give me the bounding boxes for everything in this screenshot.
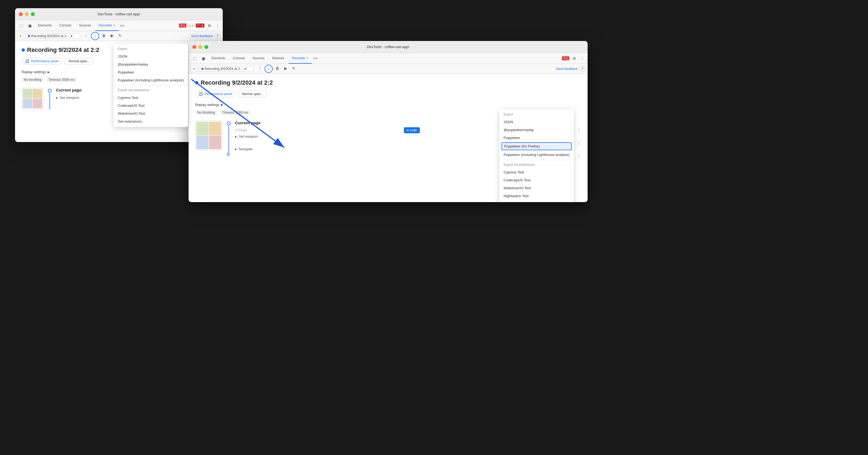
traffic-lights-1 — [19, 12, 35, 16]
action-btns-1: ↑ ↓ 🗑 ▶ ↻ — [83, 32, 124, 40]
export-header-2: Export — [499, 111, 574, 118]
export-dropdown-2: Export JSON @puppeteer/replay Puppeteer … — [499, 109, 574, 202]
export-puppeteer-lighthouse-1[interactable]: Puppeteer (including Lighthouse analysis… — [114, 76, 188, 84]
vertical-dots-1[interactable]: ⋮ — [577, 128, 581, 133]
export-puppeteer-replay-2[interactable]: @puppeteer/replay — [499, 126, 574, 134]
send-feedback-1[interactable]: Send feedback — [191, 34, 213, 38]
settings-icon-2[interactable]: ⚙ — [571, 55, 577, 62]
tab-elements-1[interactable]: Elements — [35, 20, 55, 31]
tab-recorder-1[interactable]: Recorder ✕ — [95, 20, 119, 31]
perf-panel-btn-2[interactable]: 🔄 Performance panel — [195, 91, 236, 97]
size-label-2: ×774 px — [235, 128, 247, 132]
timeout-tag-2: Timeout: 5000 ms — [220, 110, 251, 115]
close-button-1[interactable] — [19, 12, 23, 16]
step-timeline-1 — [48, 88, 52, 109]
vertical-dots-2[interactable]: ⋮ — [577, 141, 581, 146]
refresh-btn-1[interactable]: ↻ — [117, 32, 124, 39]
export-webdriverio-2[interactable]: WebdriverIO Test — [499, 184, 574, 192]
timeline-dot-2 — [227, 122, 231, 125]
timeline-dot-sm-2 — [227, 153, 229, 156]
tab-close-recorder-2[interactable]: ✕ — [306, 57, 309, 60]
export-puppeteer-1[interactable]: Puppeteer — [114, 68, 188, 76]
export-nightwatch-2[interactable]: Nightwatch Test — [499, 192, 574, 200]
thumb-cell-1 — [23, 89, 32, 98]
help-btn-2[interactable]: ? — [579, 66, 585, 72]
export-puppeteer-2[interactable]: Puppeteer — [499, 134, 574, 142]
titlebar-1: DevTools - coffee-cart.app/ — [15, 8, 223, 20]
inspect-icon[interactable]: ⬚ — [17, 22, 25, 30]
action-btns-2: ↑ ↓ 🗑 ▶ ↻ — [256, 65, 297, 73]
maximize-button-1[interactable] — [31, 12, 35, 16]
tabs-toolbar-1: ⬚ ▣ Elements Console Sources Recorder ✕ … — [15, 20, 223, 31]
tab-sources-1[interactable]: Sources — [76, 20, 94, 31]
sub-step-triangle-1: ▶ — [56, 96, 58, 99]
vertical-dots-3[interactable]: ⋮ — [577, 153, 581, 158]
view-code-btn-2[interactable]: w code — [404, 127, 420, 133]
window-title-2: DevTools - coffee-cart.app/ — [367, 45, 409, 49]
tabs-toolbar-2: ⬚ ▣ Elements Console Sources Network Rec… — [189, 53, 588, 64]
export-cypress-1[interactable]: Cypress Test — [114, 94, 188, 102]
export-testing-library-2[interactable]: Testing Library — [499, 200, 574, 202]
export-codeceptjs-2[interactable]: CodeceptJS Test — [499, 176, 574, 184]
sub-step-triangle-nav-2: ▶ — [235, 148, 237, 151]
thumb-cell-4 — [33, 99, 42, 108]
minimize-button-2[interactable] — [198, 45, 202, 49]
device-icon-2[interactable]: ▣ — [199, 55, 207, 62]
download-btn-2[interactable]: ↓ — [265, 65, 273, 73]
recording-dot-1 — [28, 35, 30, 37]
minimize-button-1[interactable] — [25, 12, 29, 16]
export-puppeteer-replay-1[interactable]: @puppeteer/replay — [114, 60, 188, 68]
export-get-extensions-1[interactable]: Get extensions... — [114, 118, 188, 125]
export-up-icon-1[interactable]: ↑ — [83, 32, 90, 39]
export-puppeteer-firefox-2[interactable]: Puppeteer (for Firefox) — [501, 142, 572, 150]
delete-btn-2[interactable]: 🗑 — [274, 65, 281, 72]
export-json-2[interactable]: JSON — [499, 118, 574, 126]
play-btn-1[interactable]: ▶ — [108, 32, 116, 39]
refresh-btn-2[interactable]: ↻ — [290, 65, 297, 72]
recording-selector-1[interactable]: Recording 9/2/2024 at 2:... ▾ — [25, 33, 80, 39]
menu-icon-2[interactable]: ⋮ — [579, 55, 585, 62]
tab-elements-2[interactable]: Elements — [208, 53, 228, 64]
download-btn-1[interactable]: ↓ — [91, 32, 99, 40]
replay-settings-2: Replay settings ▶ — [195, 103, 581, 107]
export-codeceptjs-1[interactable]: CodeceptJS Test — [114, 102, 188, 109]
export-puppeteer-lighthouse-2[interactable]: Puppeteer (including Lighthouse analysis… — [499, 151, 574, 159]
help-btn-1[interactable]: ? — [215, 33, 221, 39]
title-dot-2 — [195, 81, 198, 85]
recording-selector-2[interactable]: Recording 9/2/2024 at 2:... ▾ — [199, 66, 254, 71]
export-up-icon-2[interactable]: ↑ — [256, 65, 264, 72]
badges-2: ✕1 ⚙ ⋮ — [562, 55, 585, 62]
inspect-icon-2[interactable]: ⬚ — [191, 55, 198, 62]
export-dropdown-1: Export JSON @puppeteer/replay Puppeteer … — [114, 44, 188, 127]
new-recording-btn-1[interactable]: + — [17, 33, 24, 39]
tab-console-2[interactable]: Console — [229, 53, 248, 64]
close-button-2[interactable] — [192, 45, 196, 49]
settings-icon-1[interactable]: ⚙ — [207, 22, 212, 29]
recording-dot-2 — [202, 68, 204, 70]
play-btn-2[interactable]: ▶ — [282, 65, 289, 72]
export-cypress-2[interactable]: Cypress Test — [499, 168, 574, 176]
more-tabs-2[interactable]: >> — [313, 56, 317, 61]
tab-sources-2[interactable]: Sources — [249, 53, 268, 64]
thumb-cell-2-4 — [209, 136, 221, 149]
tab-console-1[interactable]: Console — [56, 20, 74, 31]
maximize-button-2[interactable] — [205, 45, 208, 49]
normal-speed-btn-1[interactable]: Normal spee... — [65, 58, 93, 64]
delete-btn-1[interactable]: 🗑 — [100, 32, 107, 39]
normal-speed-btn-2[interactable]: Normal spee... — [238, 91, 267, 97]
export-webdriverio-1[interactable]: WebdriverIO Test — [114, 109, 188, 118]
tab-recorder-2[interactable]: Recorder ✕ — [289, 53, 312, 64]
error-badge-2: ✕1 — [562, 56, 569, 60]
export-json-1[interactable]: JSON — [114, 53, 188, 60]
perf-panel-btn-1[interactable]: 🔄 Performance panel — [22, 58, 62, 64]
menu-icon-1[interactable]: ⋮ — [215, 22, 221, 29]
new-recording-btn-2[interactable]: + — [191, 66, 197, 72]
recording-actions-2: 🔄 Performance panel Normal spee... — [195, 91, 581, 97]
device-icon[interactable]: ▣ — [26, 22, 34, 30]
tab-network-2[interactable]: Network — [269, 53, 287, 64]
thumb-cell-2-1 — [196, 122, 209, 135]
more-tabs-1[interactable]: >> — [120, 24, 124, 28]
send-feedback-2[interactable]: Send feedback — [556, 67, 578, 71]
timeline-line-1 — [50, 93, 50, 109]
tab-close-recorder-1[interactable]: ✕ — [113, 24, 115, 27]
